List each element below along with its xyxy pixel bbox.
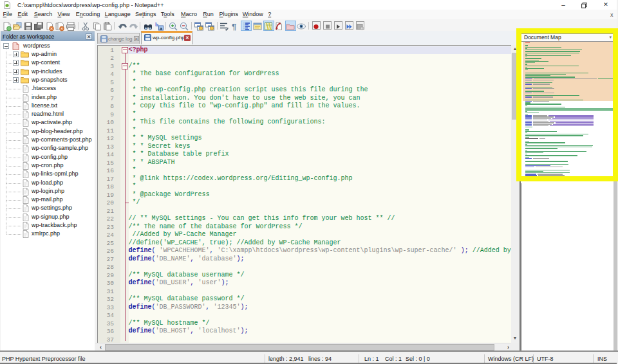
svg-text:¶: ¶ bbox=[232, 22, 236, 32]
svg-text:b: b bbox=[155, 21, 158, 28]
